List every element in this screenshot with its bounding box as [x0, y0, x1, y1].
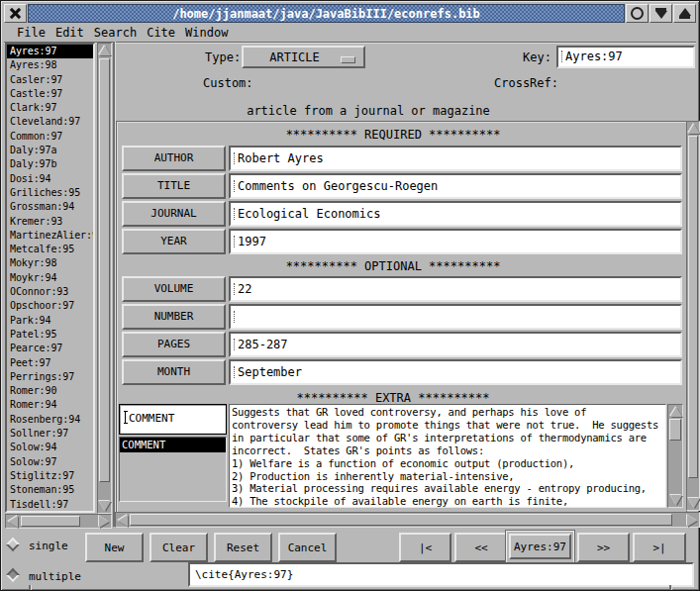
bib-key-item[interactable]: Rosenberg:94 [7, 413, 93, 427]
field-label-year[interactable]: YEAR [122, 229, 226, 254]
form-vscrollbar[interactable] [686, 121, 700, 511]
menu-window[interactable]: Window [185, 26, 228, 40]
extra-field-name-input[interactable]: COMMENT [119, 404, 227, 435]
iconify-button[interactable] [650, 4, 672, 23]
bib-key-item[interactable]: Perrings:97 [7, 370, 93, 384]
bib-key-item[interactable]: Grossman:94 [7, 200, 93, 214]
menu-edit[interactable]: Edit [55, 26, 84, 40]
field-label-author[interactable]: AUTHOR [122, 146, 226, 171]
scroll-down-arrow[interactable] [670, 495, 682, 505]
scroll-right-arrow[interactable] [99, 516, 109, 528]
nav-next-button[interactable]: >> [577, 533, 630, 562]
bib-key-item[interactable]: Park:94 [7, 314, 93, 328]
bib-key-item[interactable]: Metcalfe:95 [7, 243, 93, 256]
bib-key-item[interactable]: Ayres:98 [7, 58, 93, 72]
bib-key-item[interactable]: Moykr:94 [7, 271, 93, 285]
multiple-radio[interactable]: multiple [1, 565, 110, 589]
bib-key-item[interactable]: Mokyr:98 [7, 256, 93, 270]
journal-field[interactable]: Ecological Economics [229, 201, 682, 227]
bib-key-item[interactable]: Solow:94 [7, 441, 93, 454]
cite-command-field[interactable]: \cite{Ayres:97} [188, 562, 694, 587]
year-field[interactable]: 1997 [229, 229, 682, 254]
field-label-month[interactable]: MONTH [122, 359, 226, 385]
close-button[interactable] [4, 4, 27, 23]
scroll-left-arrow[interactable] [118, 515, 128, 527]
nav-prev-button[interactable]: << [454, 533, 508, 562]
comment-vscrollbar[interactable] [667, 404, 683, 508]
author-field[interactable]: Robert Ayres [229, 146, 682, 171]
window-menu-button[interactable] [626, 4, 649, 23]
nav-current-button[interactable]: Ayres:97 [509, 534, 571, 559]
scroll-thumb[interactable] [669, 419, 681, 441]
type-dropdown[interactable]: ARTICLE [242, 46, 365, 68]
scroll-thumb[interactable] [21, 516, 80, 527]
scroll-up-arrow[interactable] [99, 46, 111, 55]
bib-key-item[interactable]: Patel:95 [7, 328, 93, 342]
field-label-number[interactable]: NUMBER [122, 304, 226, 330]
scroll-up-arrow[interactable] [688, 124, 700, 134]
bib-list-vscrollbar[interactable] [97, 43, 112, 514]
bib-key-item[interactable]: Daly:97a [7, 144, 93, 157]
menu-file[interactable]: File [17, 26, 46, 40]
bib-key-item[interactable]: Opschoor:97 [7, 299, 93, 313]
radio-diamond-icon[interactable] [6, 568, 20, 582]
key-field[interactable]: Ayres:97 [556, 46, 695, 68]
menu-search[interactable]: Search [94, 26, 137, 40]
bib-key-item[interactable]: Daly:97b [7, 157, 93, 171]
bib-list-hscrollbar[interactable] [5, 514, 112, 529]
bib-key-item[interactable]: Castle:97 [7, 87, 93, 101]
form-hscrollbar[interactable] [115, 512, 700, 528]
bib-key-item[interactable]: Dosi:94 [7, 172, 93, 186]
bib-key-item[interactable]: Cleveland:97 [7, 115, 93, 129]
extra-field-item[interactable]: COMMENT [120, 438, 226, 452]
scroll-up-arrow[interactable] [670, 407, 682, 417]
bib-key-item[interactable]: Romer:94 [7, 398, 93, 412]
field-label-volume[interactable]: VOLUME [122, 276, 226, 302]
bib-key-item[interactable]: Casler:97 [7, 73, 93, 87]
new-button[interactable]: New [85, 533, 144, 562]
bib-key-item[interactable]: Stoneman:95 [7, 483, 93, 497]
field-label-journal[interactable]: JOURNAL [122, 201, 226, 227]
key-label: Key: [523, 50, 551, 64]
scroll-left-arrow[interactable] [8, 516, 18, 528]
number-field[interactable] [229, 304, 682, 330]
radio-diamond-icon[interactable] [6, 538, 20, 551]
bib-key-item[interactable]: Romer:90 [7, 384, 93, 398]
scroll-down-arrow[interactable] [99, 501, 111, 511]
bib-key-item[interactable]: Stiglitz:97 [7, 469, 93, 483]
scroll-thumb[interactable] [688, 136, 698, 478]
bib-key-item[interactable]: MartinezAlier:9 [7, 229, 93, 243]
cancel-button[interactable]: Cancel [278, 533, 337, 562]
scroll-thumb[interactable] [130, 514, 672, 526]
bib-key-item[interactable]: Griliches:95 [7, 186, 93, 200]
bib-key-item[interactable]: Clark:97 [7, 101, 93, 115]
bib-key-list[interactable]: Ayres:97Ayres:98Casler:97Castle:97Clark:… [5, 43, 95, 513]
field-label-pages[interactable]: PAGES [122, 332, 226, 357]
nav-first-button[interactable]: |< [399, 533, 451, 562]
scroll-right-arrow[interactable] [687, 515, 697, 527]
reset-button[interactable]: Reset [214, 533, 272, 562]
maximize-button[interactable] [673, 4, 696, 23]
extra-field-list[interactable]: COMMENT [119, 437, 227, 502]
volume-field[interactable]: 22 [229, 276, 682, 302]
bib-key-item[interactable]: OConnor:93 [7, 285, 93, 299]
month-field[interactable]: September [229, 359, 682, 385]
bib-key-item[interactable]: Ayres:97 [7, 45, 93, 58]
bib-key-item[interactable]: Tisdell:97 [7, 498, 93, 512]
bib-key-item[interactable]: Peet:97 [7, 356, 93, 370]
scroll-down-arrow[interactable] [688, 498, 700, 508]
bib-key-item[interactable]: Pearce:97 [7, 342, 93, 355]
bib-key-item[interactable]: Solow:97 [7, 455, 93, 469]
title-field[interactable]: Comments on Georgescu-Roegen [229, 173, 682, 199]
comment-textarea[interactable]: Suggests that GR loved controversy, and … [230, 405, 665, 507]
bib-key-item[interactable]: Kremer:93 [7, 215, 93, 229]
menu-cite[interactable]: Cite [147, 26, 175, 40]
field-label-title[interactable]: TITLE [122, 173, 226, 199]
bib-key-item[interactable]: Common:97 [7, 130, 93, 144]
scroll-thumb[interactable] [99, 58, 110, 482]
single-radio[interactable]: single [1, 533, 85, 560]
pages-field[interactable]: 285-287 [229, 332, 682, 357]
bib-key-item[interactable]: Sollner:97 [7, 427, 93, 441]
nav-last-button[interactable]: >| [633, 533, 686, 562]
clear-button[interactable]: Clear [150, 533, 208, 562]
